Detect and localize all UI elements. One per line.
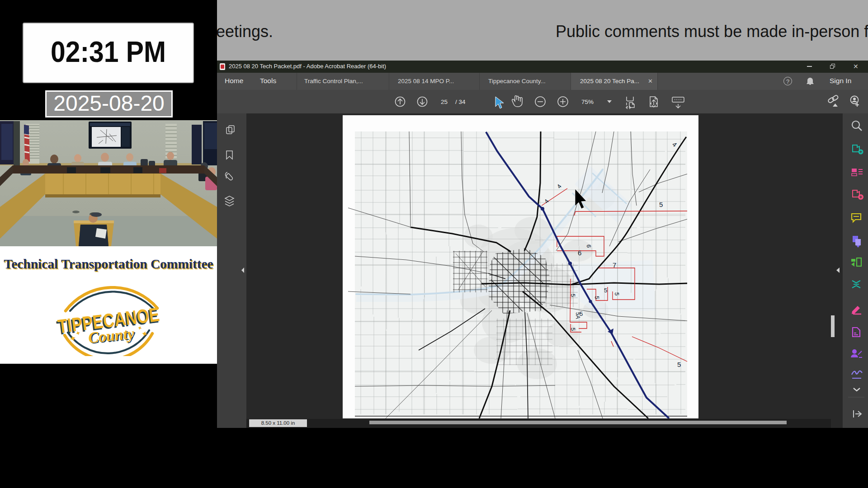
- svg-text:5: 5: [604, 287, 607, 294]
- svg-text:5: 5: [613, 292, 620, 296]
- svg-text:7: 7: [613, 261, 616, 269]
- svg-text:6: 6: [578, 249, 581, 257]
- svg-text:6: 6: [585, 244, 592, 248]
- svg-text:5: 5: [580, 310, 583, 317]
- svg-text:5: 5: [659, 201, 663, 208]
- svg-text:5: 5: [570, 328, 576, 331]
- svg-text:25: 25: [441, 99, 448, 105]
- svg-text:/ 34: / 34: [455, 99, 466, 105]
- svg-text:5: 5: [594, 296, 600, 299]
- svg-text:5: 5: [570, 294, 576, 297]
- svg-text:75%: 75%: [581, 99, 594, 105]
- svg-text:5: 5: [677, 361, 681, 368]
